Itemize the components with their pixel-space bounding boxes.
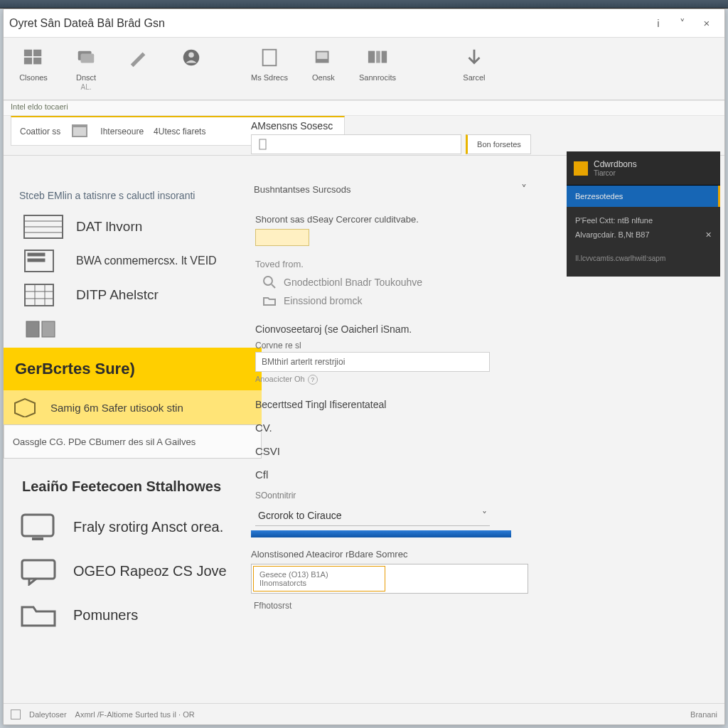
svg-rect-29 (26, 321, 39, 337)
svg-rect-5 (81, 53, 95, 63)
orange-inner: Gesece (O13) B1A) IInomsatorcts (253, 566, 385, 592)
dropdown[interactable]: Gcrorok to Cirauce ˅ (255, 505, 490, 526)
ribbon-dnsct[interactable]: Dnsct AL. (69, 45, 103, 91)
svg-rect-8 (263, 50, 277, 66)
help-button[interactable]: i (646, 17, 670, 29)
status-a: Daleytoser (29, 710, 67, 719)
arrow-down-icon (461, 45, 487, 70)
chevron-down-icon: ˅ (482, 510, 487, 521)
input-hint: Anoacicter Oh (255, 375, 318, 385)
left-column: Stceb EMlin a tatisnre s caluctl insoran… (19, 186, 258, 637)
item-label: Pomuners (73, 607, 138, 623)
close-button[interactable]: × (695, 17, 719, 29)
monitor-icon (19, 512, 60, 542)
list-item[interactable] (19, 312, 258, 346)
status-b: Axmrl /F-Altiome Surted tus il · OR (75, 710, 195, 719)
breadcrumb: Intel eldo tocaeri (4, 100, 724, 116)
ribbon-sources[interactable]: Ms Sdrecs (251, 45, 288, 82)
panel-row-text: Alvargcdair. B,Nt B87 (575, 228, 650, 242)
search-icon (262, 275, 277, 289)
tab-c[interactable]: 4Utesc fiarets (154, 127, 205, 136)
sheet-icon (257, 45, 282, 70)
svg-rect-16 (259, 139, 266, 149)
svg-rect-1 (33, 50, 41, 56)
svg-rect-3 (33, 58, 41, 64)
list-item[interactable]: Fraly srotirg Ansct orea. (19, 505, 258, 549)
orange-line1: Gesece (O13) B1A) (259, 570, 379, 579)
svg-rect-33 (22, 560, 55, 579)
mid-section2: Alonstisoned Ateaciror rBdare Somrec (251, 549, 542, 560)
svg-rect-24 (25, 284, 53, 306)
ribbon-classes[interactable]: Clsones (16, 45, 50, 82)
svg-rect-11 (368, 51, 375, 63)
format-cfl[interactable]: Cfl (255, 469, 542, 481)
svg-rect-0 (24, 50, 32, 56)
search-field[interactable] (269, 139, 455, 149)
svg-rect-23 (28, 259, 45, 262)
list-item[interactable]: DAT lhvorn (19, 210, 258, 244)
item-label: Fraly srotirg Ansct orea. (73, 519, 223, 535)
small-highlight-box[interactable] (255, 229, 309, 246)
svg-rect-15 (73, 127, 86, 136)
panel-body: P'Feel Cxtt: ntB nlfune Alvargcdair. B,N… (567, 207, 720, 277)
side-panel: Cdwrdbons Tiarcor Berzesotedes P'Feel Cx… (567, 151, 720, 277)
grid2-icon (21, 282, 66, 308)
panel-selected-item[interactable]: Berzesotedes (567, 186, 720, 207)
list-item[interactable]: DITP Ahelstcr (19, 278, 258, 312)
dropdown-value: Gcrorok to Cirauce (258, 510, 341, 521)
tabs-row: Coattior ss Ihterseoure 4Utesc fiarets A… (4, 116, 724, 156)
ribbon-label: Sarcel (463, 73, 485, 82)
orange-selection-box[interactable]: Gesece (O13) B1A) IInomsatorcts (251, 564, 528, 594)
svg-point-34 (264, 277, 272, 285)
section-heading: Stceb EMlin a tatisnre s caluctl insoran… (19, 190, 258, 201)
section2-heading: Leaiño Feetecoen Sttalhowes (22, 478, 258, 495)
close-icon[interactable]: ✕ (705, 228, 712, 242)
search-input[interactable] (251, 134, 461, 154)
ribbon-sannrocits[interactable]: Sannrocits (359, 45, 396, 82)
connection-input[interactable] (255, 352, 490, 372)
panel-row-small: Il.lcvvcamtis.cwarlhwitl:sapm (575, 252, 712, 265)
status-c: Branani (690, 710, 717, 719)
ribbon-circle[interactable] (174, 45, 208, 73)
svg-rect-2 (24, 58, 32, 64)
tab-a[interactable]: Coattior ss (20, 127, 60, 136)
list-item[interactable]: Pomuners (19, 593, 258, 637)
format-csvi[interactable]: CSVI (255, 445, 542, 457)
format-cv[interactable]: CV. (255, 422, 542, 434)
highlight-main[interactable]: GerBcrtes Sure) (4, 348, 262, 390)
svg-line-35 (272, 284, 275, 288)
ribbon-label: Oensk (312, 73, 335, 82)
search-row[interactable]: Gnodectbionl Bnadr Toukouhve (262, 275, 542, 289)
list-item[interactable]: BWA conmemercsx. lt VEID (19, 244, 258, 278)
chevron-down-icon[interactable]: ˅ (521, 183, 527, 196)
mid-group-label: Toved from. (255, 259, 542, 269)
ribbon-sarcel[interactable]: Sarcel (457, 45, 491, 82)
table-icon (21, 214, 66, 240)
panel-selected-label: Berzesotedes (575, 192, 623, 200)
input-label: Corvne re sl (255, 341, 542, 350)
highlight-sub-label: Samig 6m Safer utisook stin (50, 402, 183, 414)
highlight-sub[interactable]: Samig 6m Safer utisook stin (4, 390, 262, 424)
drop-label: SOontnitrir (255, 491, 542, 500)
stack-icon (73, 45, 99, 70)
circle-icon (178, 45, 204, 70)
ribbon-pen[interactable] (122, 45, 156, 73)
folder-small-icon (262, 294, 277, 308)
item-label: OGEO Rapeoz CS Jove (73, 563, 227, 579)
svg-rect-30 (42, 321, 55, 337)
ribbon-oensk[interactable]: Oensk (306, 45, 341, 82)
bon-forsetes-button[interactable]: Bon forsetes (466, 134, 531, 154)
item-label: DAT lhvorn (76, 219, 142, 235)
panel-row: P'Feel Cxtt: ntB nlfune (575, 214, 712, 228)
list-item[interactable]: OGEO Rapeoz CS Jove (19, 549, 258, 593)
panel-subtitle: Tiarcor (594, 169, 637, 177)
box-icon (11, 396, 42, 419)
minimize-button[interactable]: ˅ (670, 17, 695, 30)
svg-rect-12 (376, 51, 380, 63)
mid-heading2: Cionvoseetaroj (se Oaicherl iSnam. (255, 323, 542, 335)
expand-row[interactable]: Bushntantses Surcsods ˅ (251, 178, 532, 200)
highlight-box[interactable]: Oassgle CG. PDe CBumerr des sil A Gailve… (4, 424, 262, 459)
tab-b[interactable]: Ihterseoure (100, 127, 144, 136)
folder-row[interactable]: Einssiond bromck (262, 294, 542, 308)
progress-strip (251, 530, 511, 537)
